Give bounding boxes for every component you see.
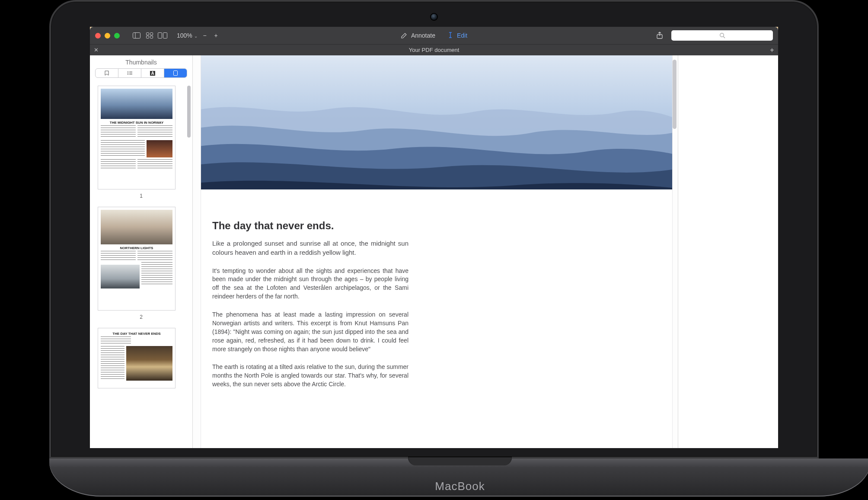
thumb-title: THE MIDNIGHT SUN IN NORWAY: [101, 121, 172, 125]
sidebar-title: Thumbnails: [90, 55, 192, 68]
segment-annotations[interactable]: A: [141, 69, 164, 77]
annotate-button[interactable]: Annotate: [401, 32, 435, 39]
doc-paragraph: The phenomena has at least made a lastin…: [212, 311, 408, 353]
laptop-bezel: 100% ⌄ − + Annotate: [49, 0, 819, 458]
annotate-label: Annotate: [411, 32, 435, 39]
tab-close-button[interactable]: ✕: [90, 47, 102, 53]
segment-bookmarks[interactable]: [96, 69, 118, 77]
laptop-brand: MacBook: [435, 480, 485, 493]
doc-paragraph: It's tempting to wonder about all the si…: [212, 267, 408, 301]
zoom-out-button[interactable]: −: [201, 32, 209, 39]
zoom-in-button[interactable]: +: [212, 32, 220, 39]
svg-rect-4: [147, 36, 149, 38]
two-page-view-button[interactable]: [157, 30, 168, 41]
annotations-icon: A: [150, 71, 155, 76]
zoom-controls: 100% ⌄ − +: [177, 32, 220, 39]
thumbnails-sidebar: Thumbnails A: [90, 55, 193, 448]
tab-bar: ✕ Your PDF document +: [90, 44, 778, 55]
thumb-page-number: 1: [98, 193, 185, 199]
desktop-wallpaper: 100% ⌄ − + Annotate: [90, 27, 778, 448]
bookmark-icon: [105, 71, 109, 76]
svg-point-13: [128, 73, 128, 74]
document-body: The day that never ends. Like a prolonge…: [201, 189, 430, 389]
svg-point-11: [128, 71, 128, 72]
doc-paragraph: Like a prolonged sunset and sunrise all …: [212, 239, 408, 257]
segment-outline[interactable]: [118, 69, 141, 77]
search-icon: [719, 32, 725, 38]
page-view[interactable]: The day that never ends. Like a prolonge…: [193, 55, 678, 448]
svg-line-10: [723, 36, 725, 38]
two-page-icon: [158, 32, 167, 38]
window-controls: [95, 33, 120, 38]
svg-point-9: [720, 33, 724, 37]
thumb-title: NORTHERN LIGHTS: [101, 246, 172, 250]
camera-dot: [431, 14, 437, 20]
content-area: Thumbnails A: [90, 55, 778, 448]
minimize-window-button[interactable]: [105, 33, 110, 38]
svg-rect-3: [150, 33, 153, 35]
share-button[interactable]: [654, 30, 665, 41]
toolbar: 100% ⌄ − + Annotate: [90, 27, 778, 44]
svg-point-15: [128, 74, 128, 75]
edit-button[interactable]: Edit: [447, 32, 467, 40]
segment-thumbnails[interactable]: [164, 69, 187, 77]
app-window: 100% ⌄ − + Annotate: [90, 27, 778, 448]
svg-rect-7: [163, 33, 167, 38]
sidebar-segment-control: A: [95, 68, 187, 78]
hinge-notch: [408, 457, 512, 465]
thumbnail-page-2[interactable]: NORTHERN LIGHTS: [98, 207, 176, 311]
inspector-pane: [678, 55, 778, 448]
svg-rect-6: [158, 33, 162, 38]
svg-rect-5: [150, 36, 153, 38]
thumb-page-number: 2: [98, 314, 185, 320]
thumbnail-grid-icon: [146, 32, 153, 38]
zoom-level-dropdown[interactable]: 100% ⌄: [177, 32, 198, 39]
thumbnail-list[interactable]: THE MIDNIGHT SUN IN NORWAY 1 NORTHERN LI…: [90, 81, 192, 448]
svg-rect-0: [133, 33, 140, 38]
sidebar-icon: [133, 32, 140, 38]
thumbnail-page-3[interactable]: THE DAY THAT NEVER ENDS: [98, 328, 176, 388]
search-field[interactable]: [671, 30, 773, 41]
tab-add-button[interactable]: +: [766, 46, 778, 54]
sidebar-scrollbar[interactable]: [187, 86, 191, 138]
sidebar-toggle-button[interactable]: [131, 30, 142, 41]
hero-image: [201, 55, 672, 189]
svg-rect-2: [147, 33, 149, 35]
document-page: The day that never ends. Like a prolonge…: [201, 55, 673, 448]
close-window-button[interactable]: [95, 33, 101, 38]
pencil-icon: [401, 32, 408, 39]
thumbnail-view-button[interactable]: [144, 30, 155, 41]
doc-paragraph: The earth is rotating at a tilted axis r…: [212, 363, 408, 389]
share-icon: [656, 32, 663, 39]
zoom-window-button[interactable]: [114, 33, 120, 38]
laptop-base: MacBook: [49, 458, 868, 497]
page-icon: [173, 71, 178, 76]
page-scrollbar[interactable]: [673, 60, 677, 129]
edit-label: Edit: [457, 32, 467, 39]
svg-rect-17: [174, 71, 178, 76]
outline-icon: [127, 71, 132, 75]
doc-heading: The day that never ends.: [212, 220, 408, 232]
laptop-frame: 100% ⌄ − + Annotate: [49, 0, 819, 497]
chevron-down-icon: ⌄: [194, 34, 198, 38]
view-toggle-group: [131, 30, 168, 41]
thumbnail-page-1[interactable]: THE MIDNIGHT SUN IN NORWAY: [98, 86, 176, 189]
thumb-title: THE DAY THAT NEVER ENDS: [101, 332, 172, 336]
text-cursor-icon: [447, 32, 453, 40]
tab-title[interactable]: Your PDF document: [102, 47, 766, 53]
